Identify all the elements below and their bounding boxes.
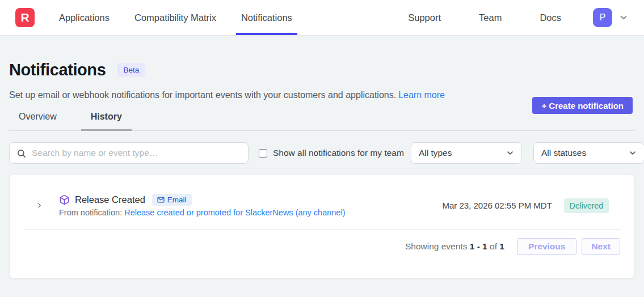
- status-filter-select[interactable]: All statuses: [533, 142, 644, 164]
- tab-bar: Overview History: [9, 111, 635, 131]
- page-title: Notifications: [9, 61, 106, 79]
- search-box: [9, 142, 249, 164]
- from-notification-label: From notification:: [59, 208, 122, 217]
- search-input[interactable]: [32, 148, 241, 158]
- search-icon: [16, 148, 26, 158]
- tab-history[interactable]: History: [81, 111, 132, 130]
- title-row: Notifications Beta: [9, 61, 635, 79]
- events-card: Release Created Email From notification:…: [9, 174, 635, 279]
- page-content: Notifications Beta + Create notification…: [0, 61, 644, 279]
- pagination: Showing events 1 - 1 of 1 Previous Next: [10, 230, 634, 278]
- top-nav: R Applications Compatibility Matrix Noti…: [0, 0, 644, 36]
- event-meta: Mar 23, 2026 02:55 PM MDT Delivered: [442, 198, 609, 213]
- status-filter-value: All statuses: [541, 148, 586, 158]
- logo-letter: R: [20, 11, 29, 24]
- create-notification-button[interactable]: + Create notification: [532, 97, 633, 114]
- event-main: Release Created Email From notification:…: [59, 194, 346, 217]
- description-text: Set up email or webhook notifications fo…: [9, 90, 396, 100]
- event-timestamp: Mar 23, 2026 02:55 PM MDT: [442, 201, 552, 210]
- team-checkbox-label: Show all notifications for my team: [273, 148, 404, 158]
- pagination-range: 1 - 1: [470, 241, 487, 251]
- package-icon: [59, 194, 70, 205]
- nav-item-notifications[interactable]: Notifications: [236, 0, 297, 35]
- channel-badge-label: Email: [167, 196, 187, 204]
- envelope-icon: [157, 196, 165, 203]
- event-source-line: From notification:Release created or pro…: [59, 208, 346, 217]
- chevron-down-icon: [628, 148, 637, 158]
- nav-item-team[interactable]: Team: [474, 12, 507, 23]
- expand-row-button[interactable]: [35, 201, 44, 210]
- type-filter-select[interactable]: All types: [411, 142, 522, 164]
- user-avatar[interactable]: P: [593, 8, 612, 27]
- app-logo[interactable]: R: [15, 8, 35, 27]
- secondary-nav: Support Team Docs P: [403, 0, 629, 35]
- learn-more-link[interactable]: Learn more: [398, 90, 445, 100]
- user-menu-chevron[interactable]: [618, 12, 629, 23]
- event-title-line: Release Created Email: [59, 194, 346, 206]
- tab-overview[interactable]: Overview: [9, 111, 66, 130]
- pagination-of: of: [490, 241, 497, 251]
- next-page-button[interactable]: Next: [582, 238, 620, 255]
- chevron-down-icon: [618, 12, 629, 23]
- pagination-prefix: Showing events: [405, 241, 467, 251]
- avatar-letter: P: [600, 12, 606, 23]
- pagination-total: 1: [499, 241, 504, 251]
- primary-nav: Applications Compatibility Matrix Notifi…: [54, 0, 297, 35]
- nav-item-applications[interactable]: Applications: [54, 0, 115, 35]
- status-badge: Delivered: [564, 198, 609, 213]
- team-filter-group: Show all notifications for my team: [259, 148, 404, 158]
- source-notification-link[interactable]: Release created or promoted for SlackerN…: [124, 208, 345, 217]
- event-name: Release Created: [75, 194, 145, 205]
- team-checkbox[interactable]: [259, 149, 267, 158]
- beta-badge: Beta: [117, 63, 145, 77]
- type-filter-value: All types: [419, 148, 452, 158]
- nav-item-compatibility-matrix[interactable]: Compatibility Matrix: [129, 0, 221, 35]
- previous-page-button[interactable]: Previous: [517, 238, 576, 255]
- nav-item-support[interactable]: Support: [403, 12, 446, 23]
- pagination-summary: Showing events 1 - 1 of 1: [405, 241, 504, 252]
- chevron-right-icon: [36, 202, 43, 209]
- channel-badge: Email: [152, 194, 192, 206]
- chevron-down-icon: [506, 148, 515, 158]
- nav-item-docs[interactable]: Docs: [534, 12, 566, 23]
- event-row: Release Created Email From notification:…: [10, 175, 634, 229]
- filter-row: Show all notifications for my team All t…: [9, 142, 635, 164]
